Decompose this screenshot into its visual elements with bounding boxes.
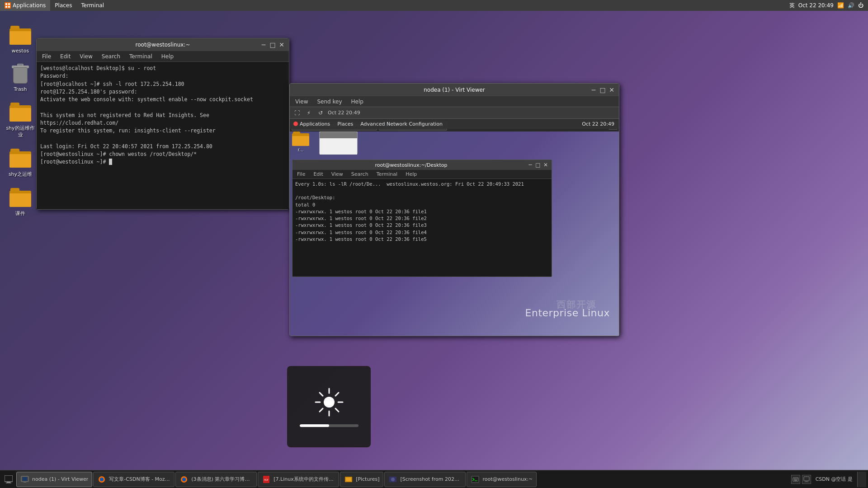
- toolbar-btn-1[interactable]: ⛶: [292, 108, 302, 117]
- applications-label: Applications: [13, 2, 46, 9]
- desktop-icon-course[interactable]: 课件: [5, 187, 36, 217]
- taskbar-app-pictures[interactable]: [Pictures]: [340, 472, 383, 487]
- guest-icon-folder1[interactable]: r...: [292, 131, 309, 152]
- desktop-icon-shy-think[interactable]: shy之运维: [5, 147, 36, 178]
- top-menubar: Applications Places Terminal 英 Oct 22 20…: [0, 0, 868, 11]
- westos-folder-icon: [9, 24, 31, 46]
- watch-dir: /root/Desktop:: [295, 194, 549, 201]
- virt-minimize-button[interactable]: ─: [590, 86, 597, 94]
- taskbar-pictures-label: [Pictures]: [356, 476, 379, 482]
- places-menu[interactable]: Places: [50, 0, 76, 11]
- virt-menu-sendkey[interactable]: Send key: [315, 98, 344, 106]
- virt-menu-view[interactable]: View: [293, 98, 310, 106]
- guest-maximize-btn[interactable]: □: [535, 162, 541, 168]
- monitor-btn[interactable]: [802, 475, 811, 484]
- svg-rect-40: [805, 481, 808, 482]
- close-button[interactable]: ✕: [278, 41, 285, 48]
- power-tray-icon[interactable]: ⏻: [858, 2, 863, 9]
- svg-rect-18: [6, 483, 11, 483]
- svg-rect-37: [797, 479, 797, 479]
- guest-terminal-menubar: File Edit View Search Terminal Help: [292, 170, 552, 179]
- taskbar-app-firefox2[interactable]: (3条消息) 第六章学习博客-空...: [175, 472, 257, 487]
- guest-apps-menu[interactable]: Applications: [290, 119, 334, 129]
- taskbar-firefox1-label: 写文章-CSDN博客 - Mozilla Fi...: [109, 476, 170, 483]
- menu-search[interactable]: Search: [100, 52, 122, 61]
- volume-tray-icon[interactable]: 🔊: [848, 2, 854, 9]
- guest-minimize-btn[interactable]: ─: [527, 162, 533, 168]
- virt-viewer-titlebar[interactable]: nodea (1) - Virt Viewer ─ □ ✕: [290, 84, 619, 96]
- terminal-icon: [471, 475, 480, 484]
- terminal-line-9: [40, 135, 285, 142]
- g-menu-search[interactable]: Search: [349, 170, 370, 178]
- minimize-button[interactable]: ─: [260, 41, 267, 48]
- svg-point-31: [391, 478, 395, 481]
- virt-menu-help[interactable]: Help: [349, 98, 365, 106]
- local-terminal-window: root@westoslinux:~ ─ □ ✕ File Edit View …: [36, 38, 289, 210]
- svg-rect-41: [805, 482, 808, 482]
- terminal-output[interactable]: [westos@localhost Desktop]$ su - root Pa…: [37, 62, 289, 209]
- show-desktop-right[interactable]: [857, 472, 866, 487]
- svg-rect-1: [8, 3, 10, 5]
- g-menu-view[interactable]: View: [330, 170, 345, 178]
- menu-help[interactable]: Help: [160, 52, 175, 61]
- sun-svg: [313, 386, 345, 418]
- virt-viewer-title: nodea (1) - Virt Viewer: [293, 87, 615, 93]
- taskbar-app-firefox1[interactable]: 写文章-CSDN博客 - Mozilla Fi...: [93, 472, 175, 487]
- virt-maximize-button[interactable]: □: [599, 86, 606, 94]
- shy-think-folder-icon: [9, 147, 31, 169]
- desktop-icon-trash[interactable]: Trash: [5, 63, 36, 92]
- terminal-title: root@westoslinux:~: [40, 42, 285, 48]
- menu-view[interactable]: View: [78, 52, 94, 61]
- terminal-line-2: Password:: [40, 72, 285, 80]
- guest-terminal-titlebar[interactable]: root@westoslinux:~/Desktop ─ □ ✕: [292, 160, 552, 170]
- enterprise-linux-text: Enterprise Linux: [525, 307, 610, 319]
- guest-places-menu[interactable]: Places: [334, 119, 357, 129]
- g-menu-help[interactable]: Help: [404, 170, 419, 178]
- menu-terminal[interactable]: Terminal: [127, 52, 154, 61]
- taskbar-app-terminal[interactable]: root@westoslinux:~: [467, 472, 537, 487]
- g-menu-file[interactable]: File: [295, 170, 307, 178]
- svg-point-25: [182, 478, 186, 481]
- shy-drive-icon-label: shy的运维作业: [5, 125, 36, 138]
- terminal-line-5: Activate the web console with: systemctl…: [40, 96, 285, 103]
- applications-menu[interactable]: Applications: [0, 0, 50, 11]
- lang-indicator[interactable]: 英: [789, 2, 795, 9]
- guest-applications-label: Applications: [300, 121, 330, 127]
- guest-desktop-icons: r...: [292, 131, 309, 152]
- watch-file2: -rwxrwxrwx. 1 westos root 0 Oct 22 20:36…: [295, 215, 549, 222]
- brightness-bar[interactable]: [300, 424, 359, 427]
- virt-close-button[interactable]: ✕: [608, 86, 615, 94]
- course-folder-icon: [9, 187, 31, 208]
- datetime-display: Oct 22 20:49: [798, 2, 834, 9]
- keyboard-layout-btn[interactable]: [791, 475, 800, 484]
- g-menu-terminal[interactable]: Terminal: [375, 170, 400, 178]
- guest-places-label: Places: [337, 121, 353, 127]
- show-desktop-button[interactable]: [2, 472, 15, 487]
- taskbar-app-virt[interactable]: nodea (1) - Virt Viewer: [16, 472, 92, 487]
- svg-rect-32: [472, 476, 479, 483]
- guest-file-manager[interactable]: [319, 131, 358, 154]
- menu-file[interactable]: File: [40, 52, 53, 61]
- toolbar-btn-2[interactable]: ⚡: [304, 108, 313, 117]
- terminal-titlebar[interactable]: root@westoslinux:~ ─ □ ✕: [37, 38, 289, 51]
- toolbar-btn-3[interactable]: ↺: [316, 108, 325, 117]
- terminal-line-12: [root@westoslinux ~]#: [40, 158, 285, 166]
- trash-icon-label: Trash: [14, 86, 27, 92]
- g-menu-edit[interactable]: Edit: [311, 170, 325, 178]
- taskbar-app-pdf[interactable]: PDF [7.Linux系统中的文件传输.pdf]: [258, 472, 339, 487]
- terminal-line-11: [root@westoslinux ~]# chown westos /root…: [40, 150, 285, 158]
- toolbar-time: Oct 22 20:49: [328, 110, 360, 116]
- terminal-menu[interactable]: Terminal: [76, 0, 108, 11]
- svg-rect-36: [795, 479, 796, 479]
- svg-rect-35: [794, 479, 795, 479]
- taskbar-app-screenshot[interactable]: [Screenshot from 2021-10-2...]: [384, 472, 466, 487]
- guest-network-config[interactable]: Advanced Network Configuration: [357, 119, 446, 129]
- menu-edit[interactable]: Edit: [58, 52, 72, 61]
- guest-terminal-output[interactable]: Every 1.0s: ls -lR /root/De... westoslin…: [292, 179, 552, 277]
- desktop-icon-westos[interactable]: westos: [5, 24, 36, 54]
- network-tray-icon[interactable]: 📶: [837, 2, 844, 9]
- maximize-button[interactable]: □: [269, 41, 276, 48]
- screenshot-icon: [388, 475, 397, 484]
- desktop-icon-shy-drive[interactable]: shy的运维作业: [5, 101, 36, 138]
- guest-close-btn[interactable]: ✕: [542, 162, 549, 168]
